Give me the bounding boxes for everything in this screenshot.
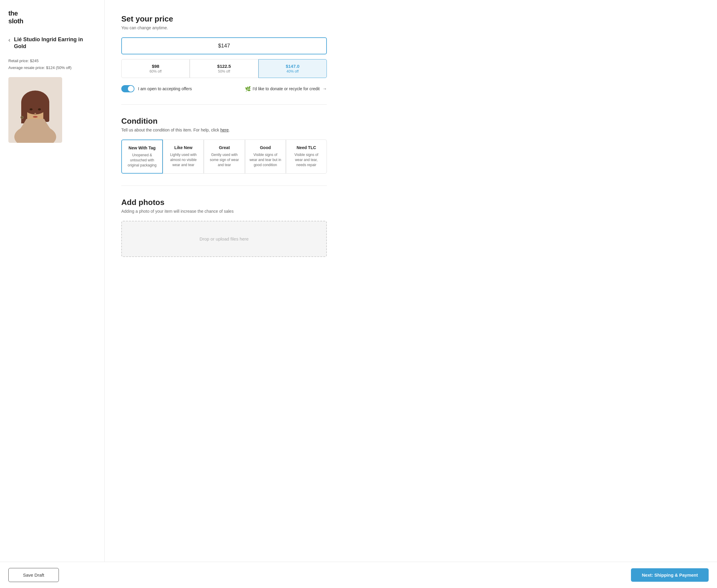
cond-desc-need-tlc: Visible signs of wear and tear, needs re… — [290, 152, 322, 167]
cond-desc-good: Visible signs of wear and tear but in go… — [250, 152, 281, 167]
donate-link[interactable]: 🌿 I'd like to donate or recycle for cred… — [245, 86, 327, 92]
condition-cards: New With Tag Unopened & untouched with o… — [121, 140, 327, 174]
price-section: Set your price You can change anytime. $… — [121, 14, 327, 105]
cond-title-new-with-tag: New With Tag — [126, 146, 158, 150]
condition-help-text: Tell us about the condition of this item… — [121, 128, 327, 132]
retail-price: Retail price: $245 — [8, 57, 96, 64]
condition-help-link[interactable]: here — [220, 128, 229, 132]
condition-section: Condition Tell us about the condition of… — [121, 117, 327, 186]
price-section-subtitle: You can change anytime. — [121, 25, 327, 30]
accepting-offers-toggle[interactable] — [121, 85, 134, 92]
photos-section-subtitle: Adding a photo of your item will increas… — [121, 209, 327, 214]
price-option-2-discount: 50% off — [193, 69, 255, 74]
svg-point-7 — [29, 108, 33, 110]
condition-card-good[interactable]: Good Visible signs of wear and tear but … — [245, 140, 286, 174]
price-option-1-discount: 60% off — [125, 69, 186, 74]
price-option-2[interactable]: $122.5 50% off — [190, 59, 258, 78]
back-nav: ‹ Lié Studio Ingrid Earring in Gold — [8, 36, 96, 50]
price-option-3-amount: $147.0 — [262, 64, 323, 69]
upload-area[interactable]: Drop or upload files here — [121, 221, 327, 257]
cond-desc-like-new: Lightly used with almost no visible wear… — [167, 152, 199, 167]
item-meta: Retail price: $245 Average resale price:… — [8, 57, 96, 71]
price-option-1-amount: $98 — [125, 64, 186, 69]
cond-title-like-new: Like New — [167, 145, 199, 150]
photos-section-title: Add photos — [121, 198, 327, 207]
svg-point-10 — [33, 116, 38, 118]
condition-card-need-tlc[interactable]: Need TLC Visible signs of wear and tear,… — [286, 140, 327, 174]
next-button[interactable]: Next: Shipping & Payment — [631, 568, 709, 582]
cond-title-good: Good — [250, 145, 281, 150]
svg-point-12 — [21, 117, 23, 118]
cond-title-need-tlc: Need TLC — [290, 145, 322, 150]
item-image — [8, 77, 62, 143]
toggle-left: I am open to accepting offers — [121, 85, 192, 92]
product-image-svg — [8, 77, 62, 143]
svg-point-9 — [34, 113, 36, 114]
price-section-title: Set your price — [121, 14, 327, 24]
condition-card-new-with-tag[interactable]: New With Tag Unopened & untouched with o… — [121, 140, 163, 174]
back-button[interactable]: ‹ — [8, 37, 10, 43]
price-input-wrapper — [121, 37, 327, 55]
sidebar: the sloth ‹ Lié Studio Ingrid Earring in… — [0, 0, 105, 562]
cond-title-great: Great — [208, 145, 240, 150]
price-options: $98 60% off $122.5 50% off $147.0 40% of… — [121, 59, 327, 78]
price-input[interactable] — [121, 37, 327, 55]
condition-section-title: Condition — [121, 117, 327, 126]
donate-label: I'd like to donate or recycle for credit — [253, 86, 320, 91]
price-option-3-discount: 40% off — [262, 69, 323, 74]
svg-point-8 — [38, 108, 41, 110]
footer: Save Draft Next: Shipping & Payment — [0, 562, 717, 588]
price-option-1[interactable]: $98 60% off — [121, 59, 190, 78]
cond-desc-great: Gently used with some sign of wear and t… — [208, 152, 240, 167]
price-option-2-amount: $122.5 — [193, 64, 255, 69]
logo: the sloth — [8, 9, 96, 25]
price-option-3[interactable]: $147.0 40% off — [258, 59, 327, 78]
item-title: Lié Studio Ingrid Earring in Gold — [14, 36, 96, 50]
condition-card-like-new[interactable]: Like New Lightly used with almost no vis… — [163, 140, 204, 174]
condition-card-great[interactable]: Great Gently used with some sign of wear… — [204, 140, 245, 174]
leaf-icon: 🌿 — [245, 86, 251, 92]
main-content: Set your price You can change anytime. $… — [105, 0, 343, 562]
donate-arrow: → — [323, 86, 327, 91]
toggle-label: I am open to accepting offers — [138, 86, 192, 91]
save-draft-button[interactable]: Save Draft — [8, 568, 59, 582]
upload-label: Drop or upload files here — [199, 236, 249, 241]
avg-resale-price: Average resale price: $124 (50% off) — [8, 64, 96, 71]
toggle-row: I am open to accepting offers 🌿 I'd like… — [121, 85, 327, 92]
photos-section: Add photos Adding a photo of your item w… — [121, 198, 327, 269]
cond-desc-new-with-tag: Unopened & untouched with original packa… — [126, 153, 158, 168]
